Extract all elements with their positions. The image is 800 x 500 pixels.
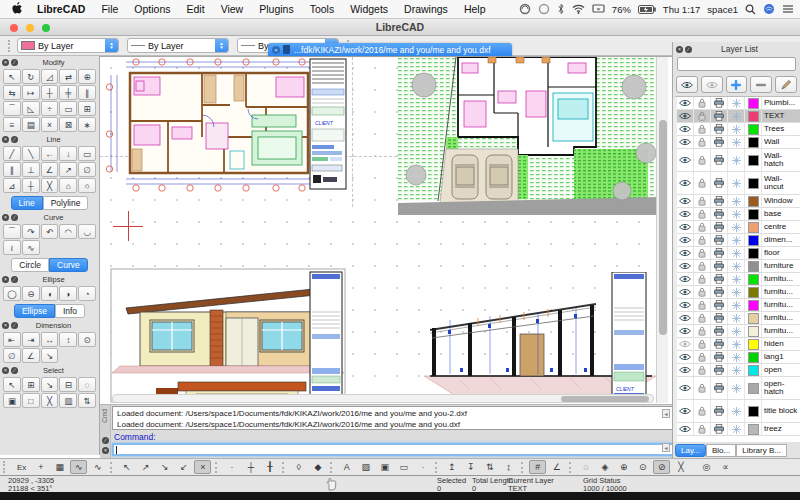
dim-aligned-icon[interactable]: ⇤ bbox=[3, 332, 21, 347]
section-close-icon[interactable]: × bbox=[2, 276, 9, 283]
layer-print-icon[interactable] bbox=[711, 97, 728, 109]
invert-selection-icon[interactable]: ⇅ bbox=[78, 393, 96, 408]
layer-construction-icon[interactable] bbox=[728, 110, 745, 122]
layer-row-furnitu[interactable]: furnitu... bbox=[677, 286, 800, 299]
layer-print-icon[interactable] bbox=[711, 400, 728, 422]
canvas-horizontal-scrollbar[interactable] bbox=[112, 394, 654, 403]
section-dock-icon[interactable]: ∕ bbox=[11, 276, 18, 283]
menu-help[interactable]: Help bbox=[456, 3, 494, 15]
lengthen-icon[interactable]: ↦ bbox=[22, 85, 40, 100]
ellipse-four-points-icon[interactable]: ◔ bbox=[78, 286, 96, 301]
layer-row-furnitu[interactable]: furnitu... bbox=[677, 325, 800, 338]
grid-view-icon[interactable]: ▦ bbox=[51, 460, 68, 474]
key-icon[interactable]: ∝ bbox=[717, 460, 734, 474]
freeze-all-layers-button[interactable] bbox=[701, 76, 723, 93]
layer-visibility-icon[interactable] bbox=[677, 400, 694, 422]
restrict-ortho-icon[interactable]: ∠ bbox=[548, 460, 565, 474]
zoom-find-icon[interactable]: ◎ bbox=[698, 460, 715, 474]
layer-construction-icon[interactable] bbox=[728, 286, 745, 298]
section-dock-icon[interactable]: ∕ bbox=[11, 322, 18, 329]
panel-tab-libraryb[interactable]: Library B... bbox=[736, 444, 787, 457]
ellipse-center-icon[interactable]: ◯ bbox=[3, 286, 21, 301]
layer-visibility-icon[interactable] bbox=[677, 247, 694, 259]
layer-color-swatch[interactable] bbox=[745, 123, 762, 135]
line-parallel-icon[interactable]: ∥ bbox=[3, 162, 21, 177]
notification-center-icon[interactable] bbox=[782, 4, 794, 14]
layer-visibility-icon[interactable] bbox=[677, 123, 694, 135]
layer-print-icon[interactable] bbox=[711, 123, 728, 135]
layer-row-furniture[interactable]: furniture bbox=[677, 260, 800, 273]
layer-print-icon[interactable] bbox=[711, 351, 728, 363]
ellipse-foci-icon[interactable]: ◗ bbox=[59, 286, 77, 301]
snap-intersection-icon[interactable]: ╳ bbox=[672, 460, 689, 474]
section-close-icon[interactable]: × bbox=[2, 214, 9, 221]
layer-print-icon[interactable] bbox=[711, 172, 728, 194]
freehand-icon[interactable]: ∿ bbox=[22, 240, 40, 255]
layer-construction-icon[interactable] bbox=[728, 195, 745, 207]
apple-menu[interactable] bbox=[6, 2, 29, 17]
select-intersected-icon[interactable]: ╳ bbox=[41, 393, 59, 408]
menu-view[interactable]: View bbox=[213, 3, 252, 15]
layer-color-swatch[interactable] bbox=[745, 110, 762, 122]
layer-row-centre[interactable]: centre bbox=[677, 221, 800, 234]
window-titlebar[interactable]: LibreCAD bbox=[0, 19, 800, 36]
defreeze-all-layers-button[interactable] bbox=[676, 76, 698, 93]
layer-visibility-icon[interactable] bbox=[677, 136, 694, 148]
snap-middle-icon[interactable]: ⊘ bbox=[653, 460, 670, 474]
layer-visibility-icon[interactable] bbox=[677, 423, 694, 435]
layer-color-swatch[interactable] bbox=[745, 273, 762, 285]
console-close-icon[interactable]: × bbox=[102, 447, 109, 454]
line-horizontal-icon[interactable]: ← bbox=[41, 146, 59, 161]
console-scroll-up[interactable]: ◄ bbox=[662, 409, 670, 418]
layer-color-swatch[interactable] bbox=[745, 377, 762, 399]
layer-color-swatch[interactable] bbox=[745, 136, 762, 148]
layer-print-icon[interactable] bbox=[711, 364, 728, 376]
layer-name[interactable]: dimen... bbox=[762, 236, 800, 245]
move-copy-icon[interactable]: ↖ bbox=[3, 69, 21, 84]
dock-tab-line[interactable]: Line bbox=[11, 196, 43, 210]
toolbar-handle[interactable] bbox=[8, 40, 12, 52]
layer-name[interactable]: Wall bbox=[762, 138, 800, 147]
layer-row-hiden[interactable]: hiden bbox=[677, 338, 800, 351]
console-scroll-down[interactable]: ◄ bbox=[662, 443, 670, 452]
menu-options[interactable]: Options bbox=[126, 3, 178, 15]
layer-print-icon[interactable] bbox=[711, 299, 728, 311]
section-dock-icon[interactable]: ∕ bbox=[11, 214, 18, 221]
layer-row-floor[interactable]: floor bbox=[677, 247, 800, 260]
layer-visibility-icon[interactable] bbox=[677, 221, 694, 233]
offset-icon[interactable]: ∥ bbox=[78, 85, 96, 100]
dim-angular-icon[interactable]: ∠ bbox=[22, 348, 40, 363]
layer-name[interactable]: treez bbox=[762, 425, 800, 434]
layer-construction-icon[interactable] bbox=[728, 221, 745, 233]
snap-free-icon[interactable]: ◌ bbox=[577, 460, 594, 474]
edit-text-icon[interactable]: ▤ bbox=[22, 117, 40, 132]
deselect-window-icon[interactable]: ⊟ bbox=[59, 377, 77, 392]
layer-name[interactable]: furnitu... bbox=[762, 301, 800, 310]
layer-name[interactable]: floor bbox=[762, 249, 800, 258]
select-contour-icon[interactable]: ◌ bbox=[78, 377, 96, 392]
arc-center-point-icon[interactable]: ⌒ bbox=[3, 224, 21, 239]
layer-row-treez[interactable]: treez bbox=[677, 423, 800, 436]
layer-name[interactable]: centre bbox=[762, 223, 800, 232]
dim-radial-icon[interactable]: ⊙ bbox=[78, 332, 96, 347]
spaces-label[interactable]: space1 bbox=[707, 4, 738, 15]
layer-name[interactable]: lang1 bbox=[762, 353, 800, 362]
line-orthogonal-icon[interactable]: ⊥ bbox=[22, 162, 40, 177]
select-window-icon[interactable]: ⊞ bbox=[22, 377, 40, 392]
layer-lock-icon[interactable] bbox=[694, 149, 711, 171]
layer-visibility-icon[interactable] bbox=[677, 260, 694, 272]
layer-color-swatch[interactable] bbox=[745, 338, 762, 350]
layer-visibility-icon[interactable] bbox=[677, 195, 694, 207]
layer-row-furnitu[interactable]: furnitu... bbox=[677, 273, 800, 286]
divide-icon[interactable]: ÷ bbox=[41, 101, 59, 116]
line-tangent-circles-icon[interactable]: ∅ bbox=[78, 162, 96, 177]
menu-tools[interactable]: Tools bbox=[302, 3, 343, 15]
layer-row-window[interactable]: Window bbox=[677, 195, 800, 208]
layer-color-swatch[interactable] bbox=[745, 325, 762, 337]
layer-row-open-hatch[interactable]: open-hatch bbox=[677, 377, 800, 400]
arc-three-points-icon[interactable]: ↷ bbox=[22, 224, 40, 239]
dock-tab-polyline[interactable]: Polyline bbox=[43, 196, 89, 210]
panel-close-icon[interactable]: × bbox=[676, 46, 683, 53]
dim-leader-icon[interactable]: ↘ bbox=[41, 348, 59, 363]
dock-tab-ellipse[interactable]: Ellipse bbox=[14, 304, 55, 318]
